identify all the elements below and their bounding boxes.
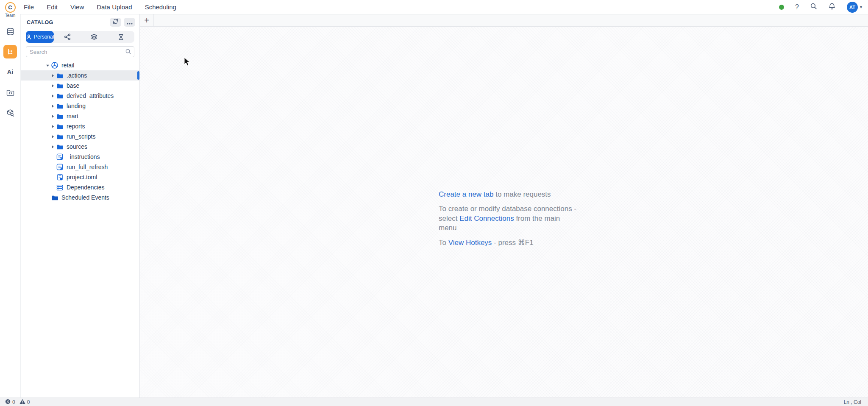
ai-text-icon: Ai <box>7 68 14 76</box>
search-icon[interactable] <box>810 3 817 11</box>
tree-item-label: .actions <box>67 72 87 79</box>
tree-item-scheduled-events[interactable]: Scheduled Events <box>21 192 139 203</box>
caret-right-icon[interactable] <box>50 114 56 118</box>
catalog-tab-history[interactable] <box>108 31 134 43</box>
folder-icon <box>56 123 64 130</box>
empty-state-help: Create a new tab to make requests To cre… <box>439 190 579 253</box>
catalog-tree: retail.actionsbasederived_attributesland… <box>21 60 139 398</box>
account-menu[interactable]: AT ▾ <box>847 2 862 13</box>
view-hotkeys-link[interactable]: View Hotkeys <box>448 239 492 247</box>
folder-icon <box>56 113 64 120</box>
avatar[interactable]: AT <box>847 2 858 13</box>
warning-counter[interactable]: 0 <box>19 399 30 406</box>
main-area: + Create a new tab to make requests To c… <box>140 14 868 398</box>
edit-connections-link[interactable]: Edit Connections <box>459 214 514 222</box>
folder-icon <box>56 144 64 150</box>
tree-item-dependencies[interactable]: Dependencies <box>21 182 139 192</box>
caret-right-icon[interactable] <box>50 145 56 149</box>
warning-triangle-icon <box>19 399 25 406</box>
tree-item-project-toml[interactable]: project.toml <box>21 172 139 182</box>
rail-items: Ai <box>3 25 17 120</box>
help-icon[interactable]: ? <box>795 3 799 11</box>
right-column: FileEditViewData UploadScheduling ? AT ▾ <box>20 0 868 398</box>
rail-item-ai-assistant[interactable]: Ai <box>3 65 17 79</box>
dependencies-icon <box>56 184 64 191</box>
rail-item-package-search[interactable] <box>3 106 17 120</box>
more-dots-icon <box>127 19 133 26</box>
refresh-icon <box>112 18 119 26</box>
person-icon <box>26 34 32 40</box>
database-icon <box>6 28 14 36</box>
caret-down-icon[interactable] <box>45 64 50 67</box>
mouse-cursor <box>184 57 191 68</box>
notifications-bell-icon[interactable] <box>828 3 836 12</box>
tree-item-label: run_scripts <box>67 133 95 140</box>
layers-icon <box>91 33 97 40</box>
caret-right-icon[interactable] <box>50 104 56 108</box>
tree-item-label: _instructions <box>67 153 100 160</box>
tree-item-label: base <box>67 82 79 89</box>
error-counter[interactable]: 0 <box>5 399 15 406</box>
tree-item-retail[interactable]: retail <box>21 60 139 70</box>
status-bar: 0 0 Ln , Col <box>0 398 868 406</box>
menu-item-data-upload[interactable]: Data Upload <box>97 3 132 11</box>
tree-item-run-scripts[interactable]: run_scripts <box>21 131 139 142</box>
caret-right-icon[interactable] <box>50 84 56 88</box>
error-circle-icon <box>5 399 11 406</box>
refresh-button[interactable] <box>110 18 121 27</box>
folder-icon <box>56 83 64 89</box>
tree-item-reports[interactable]: reports <box>21 121 139 131</box>
script-icon <box>56 164 64 170</box>
caret-right-icon[interactable] <box>50 74 56 78</box>
search-input[interactable] <box>26 46 134 57</box>
script-icon <box>56 153 64 160</box>
catalog-header: CATALOG <box>21 14 139 28</box>
new-tab-button[interactable]: + <box>140 14 154 26</box>
menu-item-view[interactable]: View <box>70 3 84 11</box>
folder-icon <box>56 103 64 109</box>
content: CATALOG <box>20 14 868 398</box>
app-window: C Team Ai FileEditViewData UploadSchedul… <box>0 0 868 406</box>
tree-item-mart[interactable]: mart <box>21 111 139 121</box>
rail-item-catalog[interactable] <box>3 45 17 58</box>
tree-item-label: mart <box>67 113 78 120</box>
rail-item-database[interactable] <box>3 25 17 38</box>
catalog-tab-shared[interactable] <box>54 31 81 43</box>
tree-item-run-full-refresh[interactable]: run_full_refresh <box>21 162 139 172</box>
create-new-tab-link[interactable]: Create a new tab <box>439 190 493 198</box>
tree-item-label: landing <box>67 103 86 109</box>
line3-pre: To <box>439 239 448 247</box>
caret-right-icon[interactable] <box>50 125 56 128</box>
app-logo[interactable]: C Team <box>5 2 16 18</box>
caret-right-icon[interactable] <box>50 94 56 98</box>
menu-item-scheduling[interactable]: Scheduling <box>145 3 176 11</box>
catalog-tab-layers[interactable] <box>81 31 108 43</box>
folder-code-icon <box>6 89 14 96</box>
tree-item-landing[interactable]: landing <box>21 101 139 111</box>
tree-item-derived-attributes[interactable]: derived_attributes <box>21 91 139 101</box>
topbar-right: ? AT ▾ <box>779 2 868 13</box>
tree-item-base[interactable]: base <box>21 81 139 91</box>
editor-tabbar: + <box>140 14 868 27</box>
tree-item-instructions[interactable]: _instructions <box>21 152 139 162</box>
tree-item-actions[interactable]: .actions <box>21 70 139 81</box>
catalog-panel: CATALOG <box>20 14 140 398</box>
menu-item-file[interactable]: File <box>24 3 34 11</box>
folder-icon <box>56 72 64 79</box>
cursor-position: Ln , Col <box>844 399 861 405</box>
file-icon <box>56 174 64 181</box>
share-icon <box>64 33 71 40</box>
error-count: 0 <box>12 399 15 405</box>
rail-item-code-folder[interactable] <box>3 86 17 99</box>
caret-right-icon[interactable] <box>50 135 56 139</box>
line3-post: - press ⌘F1 <box>492 239 533 247</box>
more-button[interactable] <box>124 18 135 27</box>
line1-rest: to make requests <box>493 190 551 198</box>
catalog-toolbar <box>110 18 135 27</box>
menu-item-edit[interactable]: Edit <box>47 3 58 11</box>
tree-item-label: derived_attributes <box>67 92 114 99</box>
tree-item-sources[interactable]: sources <box>21 142 139 152</box>
folder-icon <box>56 133 64 140</box>
catalog-tab-personal[interactable]: Personal <box>26 31 54 43</box>
chevron-down-icon: ▾ <box>860 5 862 9</box>
